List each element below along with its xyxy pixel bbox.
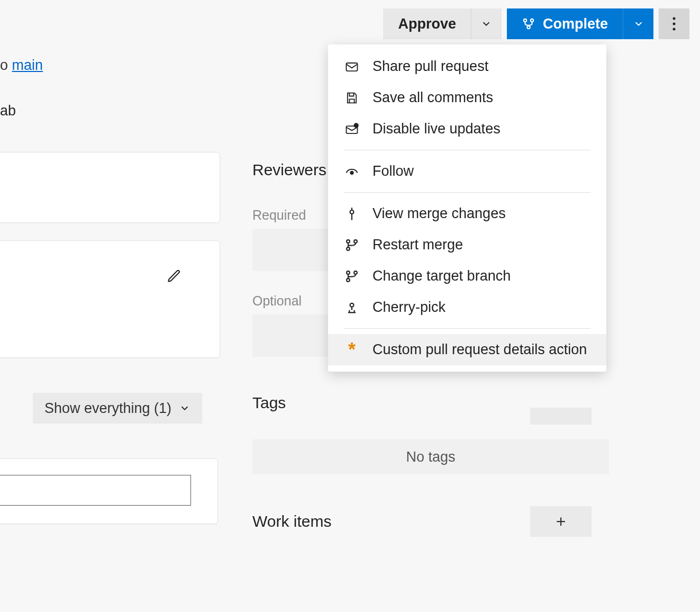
comment-input[interactable] bbox=[0, 475, 191, 506]
commit-icon bbox=[344, 206, 360, 222]
svg-point-11 bbox=[347, 240, 350, 243]
branch-icon bbox=[344, 237, 360, 253]
svg-point-15 bbox=[354, 271, 357, 274]
svg-point-3 bbox=[673, 17, 676, 20]
live-updates-icon bbox=[344, 121, 360, 137]
reviewers-heading: Reviewers bbox=[252, 161, 326, 179]
more-actions-button[interactable] bbox=[659, 8, 689, 39]
menu-restart-merge[interactable]: Restart merge bbox=[328, 229, 606, 260]
mail-icon bbox=[344, 59, 360, 75]
comment-card bbox=[0, 458, 218, 524]
add-tag-button-partial[interactable] bbox=[530, 408, 592, 425]
plus-icon: + bbox=[556, 512, 566, 532]
follow-icon bbox=[344, 164, 360, 179]
chevron-down-icon bbox=[179, 402, 190, 414]
svg-rect-6 bbox=[347, 63, 358, 71]
target-branch-link[interactable]: main bbox=[12, 57, 43, 73]
svg-point-5 bbox=[673, 28, 676, 31]
work-items-heading: Work items bbox=[252, 512, 331, 530]
show-everything-label: Show everything (1) bbox=[44, 400, 171, 417]
menu-cherry-pick[interactable]: Cherry-pick bbox=[328, 292, 606, 323]
branch-icon bbox=[522, 17, 535, 31]
svg-point-17 bbox=[350, 303, 354, 307]
svg-point-4 bbox=[673, 23, 676, 25]
menu-custom-action[interactable]: * Custom pull request details action bbox=[328, 334, 606, 365]
description-card bbox=[0, 152, 220, 223]
edit-button[interactable] bbox=[167, 268, 181, 283]
tags-heading: Tags bbox=[252, 394, 286, 412]
complete-button[interactable]: Complete bbox=[507, 8, 623, 39]
add-work-item-button[interactable]: + bbox=[530, 506, 592, 537]
complete-label: Complete bbox=[543, 16, 608, 32]
svg-point-14 bbox=[347, 271, 350, 274]
menu-separator bbox=[344, 192, 590, 193]
no-tags-text: No tags bbox=[406, 449, 455, 465]
svg-point-2 bbox=[527, 26, 530, 29]
svg-point-9 bbox=[350, 171, 353, 174]
svg-point-10 bbox=[350, 210, 354, 214]
menu-disable-live[interactable]: Disable live updates bbox=[328, 113, 606, 145]
pr-action-toolbar: Approve Complete bbox=[383, 8, 689, 39]
menu-follow[interactable]: Follow bbox=[328, 156, 606, 187]
tags-empty-block[interactable]: No tags bbox=[252, 439, 609, 474]
menu-view-merge[interactable]: View merge changes bbox=[328, 198, 606, 229]
approve-button[interactable]: Approve bbox=[383, 8, 471, 39]
menu-save-comments[interactable]: Save all comments bbox=[328, 82, 606, 113]
svg-point-0 bbox=[524, 19, 526, 22]
approve-label: Approve bbox=[398, 16, 456, 32]
summary-card bbox=[0, 240, 220, 358]
svg-point-12 bbox=[354, 240, 357, 243]
svg-point-16 bbox=[347, 278, 350, 282]
pencil-icon bbox=[167, 268, 181, 283]
menu-change-target[interactable]: Change target branch bbox=[328, 260, 606, 292]
chevron-down-icon bbox=[480, 18, 492, 30]
svg-point-1 bbox=[531, 19, 533, 22]
branch-icon bbox=[344, 268, 360, 284]
menu-separator bbox=[344, 328, 590, 329]
approve-split-button: Approve bbox=[383, 8, 502, 39]
cherry-pick-icon bbox=[344, 300, 360, 316]
tab-fragment: ab bbox=[0, 103, 16, 119]
more-actions-menu: Share pull request Save all comments Dis… bbox=[328, 44, 606, 372]
show-everything-filter[interactable]: Show everything (1) bbox=[33, 393, 202, 424]
menu-share-pr[interactable]: Share pull request bbox=[328, 51, 606, 82]
chevron-down-icon bbox=[633, 18, 644, 30]
approve-dropdown-caret[interactable] bbox=[471, 8, 502, 39]
svg-point-8 bbox=[354, 123, 358, 127]
target-branch-text: o main bbox=[0, 57, 43, 74]
save-icon bbox=[344, 90, 360, 106]
more-vertical-icon bbox=[672, 17, 676, 31]
menu-separator bbox=[344, 150, 590, 150]
optional-label: Optional bbox=[252, 293, 302, 309]
required-label: Required bbox=[252, 208, 306, 223]
complete-dropdown-caret[interactable] bbox=[623, 8, 653, 39]
svg-point-13 bbox=[347, 247, 350, 250]
complete-split-button: Complete bbox=[507, 8, 653, 39]
asterisk-icon: * bbox=[344, 342, 360, 358]
